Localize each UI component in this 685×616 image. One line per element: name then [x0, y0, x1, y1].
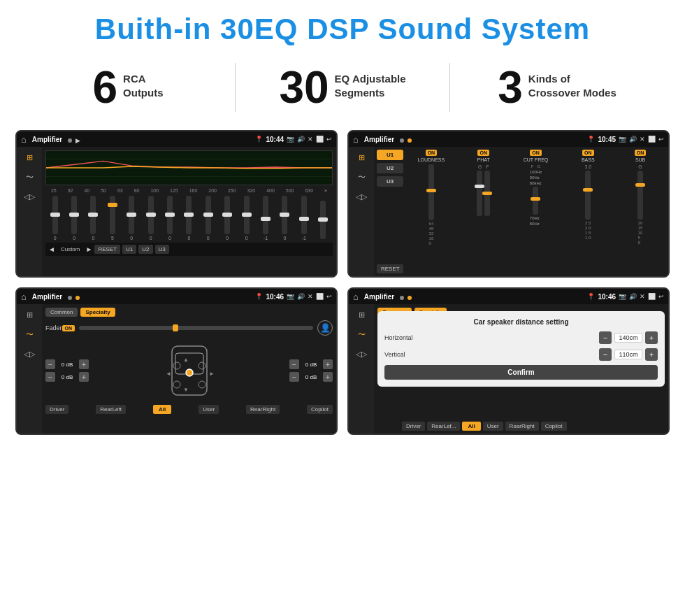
fader-slider-h[interactable]	[79, 326, 313, 330]
xo-eq-icon[interactable]: ⊞	[353, 151, 370, 164]
back-icon[interactable]: ↩	[326, 136, 332, 143]
eq-u1-btn[interactable]: U1	[122, 245, 136, 254]
fader-profile-icon[interactable]: 👤	[317, 320, 333, 336]
dist-close-icon[interactable]: ✕	[640, 293, 645, 300]
fader-plus-1[interactable]: +	[79, 359, 89, 369]
speaker-icon[interactable]: ◁▷	[21, 190, 38, 203]
eq-u3-btn[interactable]: U3	[155, 245, 169, 254]
fader-minus-4[interactable]: −	[289, 372, 299, 382]
fader-close-icon[interactable]: ✕	[308, 293, 313, 300]
xo-u2-btn[interactable]: U2	[377, 163, 403, 173]
dist-driver-btn[interactable]: Driver	[402, 422, 425, 431]
fader-copilot-btn[interactable]: Copilot	[307, 405, 333, 414]
dist-rearright-btn[interactable]: RearRight	[505, 422, 539, 431]
slider-160[interactable]: 0	[206, 196, 211, 241]
xo-close-icon[interactable]: ✕	[640, 136, 645, 143]
fader-all-btn[interactable]: All	[153, 405, 171, 414]
xo-on-bass[interactable]: ON	[582, 150, 594, 156]
fader-driver-btn[interactable]: Driver	[45, 405, 68, 414]
dist-eq-icon[interactable]: ⊞	[353, 308, 370, 321]
fader-eq-icon[interactable]: ⊞	[21, 308, 38, 321]
freq-more[interactable]: »	[324, 188, 327, 193]
slider-400[interactable]: 0	[282, 196, 287, 241]
fader-location-icon: 📍	[255, 293, 263, 300]
dialog-vertical-plus[interactable]: +	[645, 348, 658, 361]
eq-next-arrow[interactable]: ►	[85, 245, 92, 253]
dist-copilot-btn[interactable]: Copilot	[541, 422, 567, 431]
tab-common[interactable]: Common	[45, 308, 78, 317]
eq-prev-arrow[interactable]: ◄	[48, 245, 55, 253]
xo-reset-btn[interactable]: RESET	[377, 264, 403, 273]
fader-user-btn[interactable]: User	[199, 405, 219, 414]
fader-top-row: Fader ON 👤	[45, 320, 333, 336]
window-icon[interactable]: ⬜	[316, 136, 324, 143]
xo-home-icon[interactable]: ⌂	[353, 134, 359, 145]
dialog-vertical-minus[interactable]: −	[599, 348, 612, 361]
fader-window-icon[interactable]: ⬜	[316, 293, 324, 300]
dist-wave-icon[interactable]: 〜	[353, 328, 370, 341]
dialog-horizontal-minus[interactable]: −	[599, 331, 612, 344]
slider-50[interactable]: 5	[110, 196, 115, 241]
dialog-horizontal-plus[interactable]: +	[645, 331, 658, 344]
dist-speaker-icon[interactable]: ◁▷	[353, 348, 370, 360]
fader-db-val-3: 0 dB	[301, 361, 321, 368]
dist-all-btn[interactable]: All	[462, 422, 480, 431]
fader-rearright-btn[interactable]: RearRight	[246, 405, 280, 414]
fader-home-icon[interactable]: ⌂	[21, 292, 27, 302]
xo-slider-loudness[interactable]	[428, 164, 434, 220]
fader-minus-3[interactable]: −	[289, 359, 299, 369]
dist-back-icon[interactable]: ↩	[658, 293, 664, 300]
fader-on-badge[interactable]: ON	[62, 325, 75, 331]
dist-rearleft-btn[interactable]: RearLef...	[427, 422, 460, 431]
fader-plus-4[interactable]: +	[323, 372, 333, 382]
slider-100[interactable]: 0	[167, 196, 173, 241]
slider-250[interactable]: 0	[244, 196, 250, 241]
xo-u1-btn[interactable]: U1	[377, 150, 403, 160]
slider-320[interactable]: -1	[263, 196, 268, 241]
slider-200[interactable]: 0	[224, 196, 230, 241]
fader-right-db: − 0 dB + − 0 dB +	[289, 359, 333, 382]
dist-home-icon[interactable]: ⌂	[353, 292, 359, 302]
xo-slider-cutfreq[interactable]	[533, 187, 538, 215]
eq-reset-btn[interactable]: RESET	[94, 245, 120, 254]
dist-user-btn[interactable]: User	[483, 422, 503, 431]
xo-on-loudness[interactable]: ON	[426, 150, 438, 156]
fader-minus-2[interactable]: −	[45, 372, 55, 382]
slider-40[interactable]: 0	[90, 196, 96, 241]
close-icon[interactable]: ✕	[308, 136, 313, 143]
xo-back-icon[interactable]: ↩	[658, 136, 664, 143]
dialog-confirm-btn[interactable]: Confirm	[384, 365, 658, 380]
eq-icon[interactable]: ⊞	[21, 151, 38, 164]
fader-plus-2[interactable]: +	[79, 372, 89, 382]
fader-plus-3[interactable]: +	[323, 359, 333, 369]
fader-rearleft-btn[interactable]: RearLeft	[96, 405, 126, 414]
xo-u3-btn[interactable]: U3	[377, 176, 403, 187]
fader-wave-icon[interactable]: 〜	[21, 328, 38, 341]
xo-time: 10:45	[598, 136, 616, 143]
xo-on-phat[interactable]: ON	[477, 150, 489, 156]
slider-25[interactable]: 0	[52, 196, 58, 241]
fader-minus-1[interactable]: −	[45, 359, 55, 369]
tab-specialty[interactable]: Specialty	[80, 308, 115, 317]
fader-speaker-icon[interactable]: ◁▷	[21, 348, 38, 360]
eq-u2-btn[interactable]: U2	[138, 245, 152, 254]
slider-80[interactable]: 0	[148, 196, 154, 241]
slider-500[interactable]: -1	[301, 196, 307, 241]
slider-32[interactable]: 0	[71, 196, 77, 241]
xo-on-cutfreq[interactable]: ON	[530, 150, 542, 156]
xo-slider-bass[interactable]	[585, 171, 591, 220]
xo-slider-phat-g[interactable]	[477, 171, 482, 216]
xo-wave-icon[interactable]: 〜	[353, 171, 370, 183]
dist-window-icon[interactable]: ⬜	[648, 293, 656, 300]
slider-125[interactable]: 0	[186, 196, 192, 241]
xo-speaker-icon[interactable]: ◁▷	[353, 190, 370, 203]
wave-icon[interactable]: 〜	[21, 171, 38, 183]
slider-63[interactable]: 0	[129, 196, 134, 241]
home-icon[interactable]: ⌂	[21, 134, 27, 145]
fader-back-icon[interactable]: ↩	[326, 293, 332, 300]
xo-window-icon[interactable]: ⬜	[648, 136, 656, 143]
xo-slider-phat-f[interactable]	[484, 171, 490, 216]
xo-slider-sub[interactable]	[637, 171, 643, 220]
slider-630[interactable]	[320, 201, 326, 241]
xo-on-sub[interactable]: ON	[635, 150, 647, 156]
